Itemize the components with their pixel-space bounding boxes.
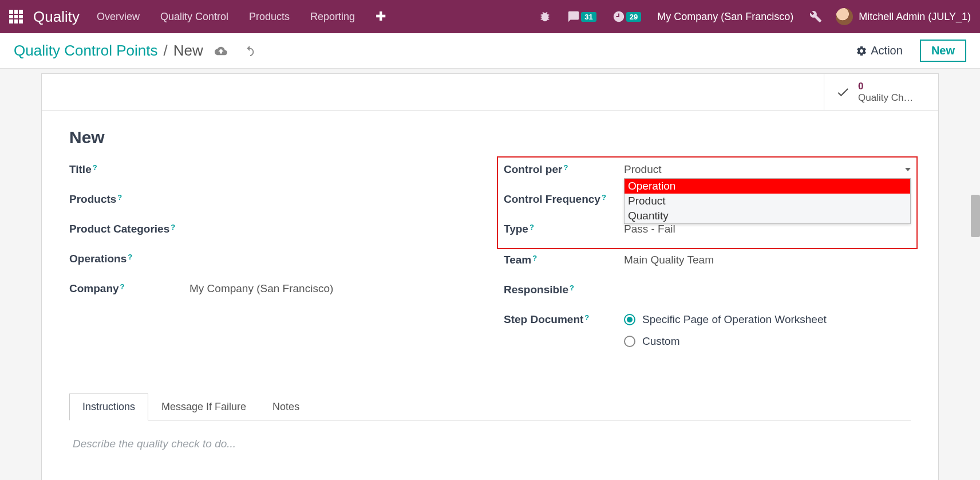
control-per-menu: Operation Product Quantity bbox=[624, 178, 911, 224]
discard-icon[interactable] bbox=[243, 45, 256, 57]
nav-new-icon[interactable]: ✚ bbox=[376, 9, 386, 24]
help-control-per[interactable]: ? bbox=[563, 163, 568, 172]
breadcrumb-parent[interactable]: Quality Control Points bbox=[14, 42, 157, 60]
company-selector[interactable]: My Company (San Francisco) bbox=[657, 11, 793, 23]
radio-label-specific: Specific Page of Operation Worksheet bbox=[642, 313, 827, 326]
breadcrumb-current: New bbox=[173, 42, 203, 60]
radio-label-custom: Custom bbox=[642, 335, 679, 348]
user-avatar[interactable] bbox=[836, 8, 853, 25]
option-product[interactable]: Product bbox=[625, 194, 910, 208]
help-company[interactable]: ? bbox=[120, 282, 125, 291]
quality-checks-stat[interactable]: 0 Quality Ch… bbox=[824, 74, 938, 111]
breadcrumb-sep: / bbox=[163, 42, 167, 60]
app-brand[interactable]: Quality bbox=[33, 8, 80, 26]
apps-icon[interactable] bbox=[9, 10, 23, 23]
top-navbar: Quality Overview Quality Control Product… bbox=[0, 0, 980, 33]
label-categories: Product Categories bbox=[69, 223, 169, 235]
nav-quality-control[interactable]: Quality Control bbox=[160, 11, 228, 23]
nav-products[interactable]: Products bbox=[249, 11, 290, 23]
stat-count: 0 bbox=[858, 81, 927, 92]
help-categories[interactable]: ? bbox=[171, 223, 175, 231]
label-control-per: Control per bbox=[504, 163, 562, 176]
action-menu[interactable]: Action bbox=[856, 44, 903, 57]
label-title: Title bbox=[69, 163, 92, 176]
scrollbar-thumb[interactable] bbox=[971, 195, 980, 237]
tab-instructions[interactable]: Instructions bbox=[69, 394, 148, 420]
field-type[interactable]: Pass - Fail bbox=[624, 223, 911, 235]
field-company[interactable]: My Company (San Francisco) bbox=[189, 282, 476, 295]
stat-label: Quality Ch… bbox=[858, 92, 927, 104]
radio-custom[interactable] bbox=[624, 336, 635, 347]
tools-icon[interactable] bbox=[809, 10, 822, 23]
nav-reporting[interactable]: Reporting bbox=[310, 11, 355, 23]
debug-icon[interactable] bbox=[539, 10, 551, 23]
label-type: Type bbox=[504, 223, 528, 235]
action-label: Action bbox=[871, 44, 903, 57]
instructions-placeholder[interactable]: Describe the quality check to do... bbox=[73, 438, 907, 450]
help-operations[interactable]: ? bbox=[128, 253, 132, 261]
label-responsible: Responsible bbox=[504, 284, 568, 296]
control-per-dropdown[interactable]: Product bbox=[624, 163, 911, 176]
help-team[interactable]: ? bbox=[532, 254, 537, 262]
label-team: Team bbox=[504, 254, 531, 266]
radio-specific-page[interactable] bbox=[624, 314, 635, 325]
label-control-freq: Control Frequency bbox=[504, 193, 600, 206]
control-per-value: Product bbox=[624, 163, 661, 176]
label-company: Company bbox=[69, 282, 119, 295]
option-quantity[interactable]: Quantity bbox=[625, 208, 910, 223]
form-right-col: Control per? Product Operation Product Q… bbox=[504, 163, 911, 371]
label-operations: Operations bbox=[69, 253, 127, 265]
messages-badge: 31 bbox=[581, 12, 596, 22]
highlighted-region: Control per? Product Operation Product Q… bbox=[497, 156, 918, 249]
help-control-freq[interactable]: ? bbox=[602, 193, 606, 202]
form-title: New bbox=[69, 128, 911, 147]
tab-message-failure[interactable]: Message If Failure bbox=[148, 394, 259, 420]
tab-bar: Instructions Message If Failure Notes bbox=[69, 394, 911, 420]
activities-badge: 29 bbox=[626, 12, 641, 22]
new-button[interactable]: New bbox=[920, 40, 966, 62]
help-responsible[interactable]: ? bbox=[570, 284, 574, 292]
help-step-doc[interactable]: ? bbox=[584, 313, 589, 322]
breadcrumb-bar: Quality Control Points / New Action New bbox=[0, 33, 980, 69]
help-type[interactable]: ? bbox=[529, 223, 534, 231]
messages-icon[interactable]: 31 bbox=[567, 10, 596, 23]
label-products: Products bbox=[69, 193, 116, 206]
user-menu[interactable]: Mitchell Admin (JULY_1) bbox=[859, 11, 971, 23]
nav-overview[interactable]: Overview bbox=[97, 11, 140, 23]
tab-notes[interactable]: Notes bbox=[259, 394, 313, 420]
help-products[interactable]: ? bbox=[117, 193, 122, 202]
form-left-col: Title? Products? Product Categories? Ope… bbox=[69, 163, 476, 371]
save-cloud-icon[interactable] bbox=[215, 45, 227, 57]
option-operation[interactable]: Operation bbox=[625, 179, 910, 194]
tab-content: Describe the quality check to do... bbox=[69, 420, 911, 467]
label-step-doc: Step Document bbox=[504, 313, 583, 326]
activities-icon[interactable]: 29 bbox=[612, 10, 641, 23]
help-title[interactable]: ? bbox=[93, 163, 97, 172]
form-sheet: 0 Quality Ch… New Title? Products? bbox=[41, 73, 939, 480]
field-team[interactable]: Main Quality Team bbox=[624, 254, 911, 266]
chevron-down-icon bbox=[905, 168, 911, 171]
